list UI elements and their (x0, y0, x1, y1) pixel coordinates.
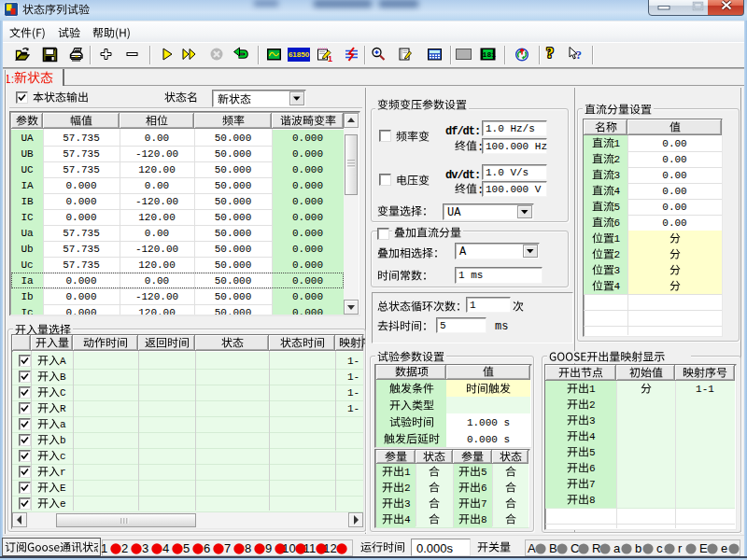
svg-text:?: ? (576, 48, 583, 62)
svg-text:1: 1 (328, 54, 332, 63)
svg-text:181: 181 (483, 50, 497, 59)
